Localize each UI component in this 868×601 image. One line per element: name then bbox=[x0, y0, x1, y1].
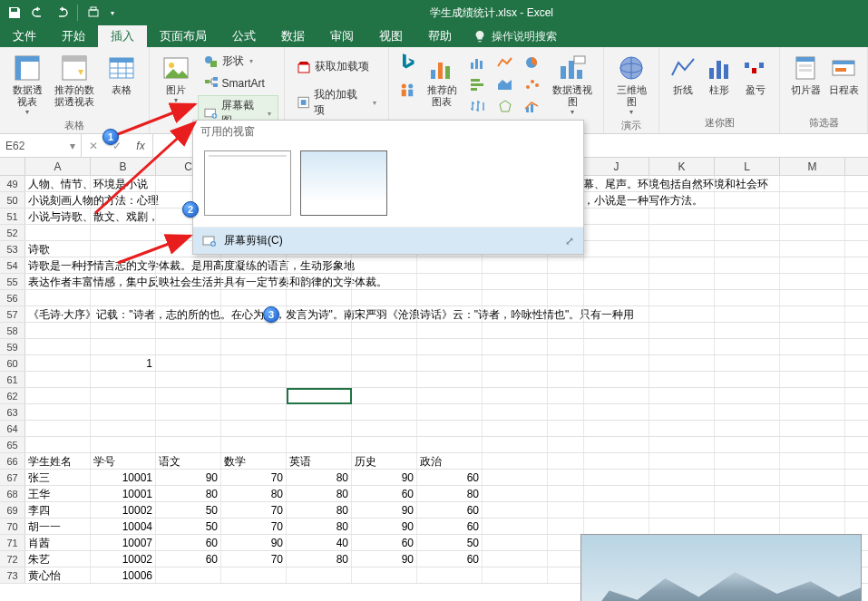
cell[interactable] bbox=[584, 225, 649, 240]
cell[interactable] bbox=[715, 257, 780, 273]
cell[interactable] bbox=[287, 567, 352, 583]
cell[interactable] bbox=[715, 192, 780, 208]
print-preview-icon[interactable] bbox=[83, 2, 104, 24]
tab-formulas[interactable]: 公式 bbox=[219, 25, 268, 47]
cell[interactable] bbox=[715, 339, 780, 354]
cell[interactable] bbox=[91, 421, 156, 436]
cell[interactable] bbox=[715, 453, 780, 469]
cell[interactable] bbox=[649, 176, 715, 191]
cell[interactable] bbox=[715, 176, 780, 191]
cell[interactable] bbox=[780, 241, 845, 257]
row-header[interactable]: 61 bbox=[0, 372, 25, 387]
cell[interactable]: 70 bbox=[221, 519, 287, 534]
col-h-l[interactable]: L bbox=[715, 158, 780, 175]
chart-area-icon[interactable] bbox=[493, 74, 518, 94]
cell[interactable] bbox=[483, 404, 548, 420]
cell[interactable] bbox=[584, 470, 649, 485]
row-header[interactable]: 60 bbox=[0, 355, 25, 371]
cell[interactable] bbox=[649, 274, 715, 289]
cell[interactable] bbox=[221, 257, 287, 273]
cell[interactable] bbox=[417, 306, 483, 322]
cell[interactable] bbox=[548, 339, 584, 354]
cell[interactable]: 小说刻画人物的方法：心理 bbox=[25, 192, 91, 208]
cell[interactable] bbox=[715, 225, 780, 240]
cell[interactable]: 《毛诗·大序》记载："诗者，志的所的也。在心为志，发言为诗"。南宋严羽《沧浪诗话… bbox=[25, 306, 91, 322]
cell[interactable] bbox=[483, 257, 548, 273]
cell[interactable] bbox=[91, 372, 156, 387]
cell[interactable]: 90 bbox=[352, 551, 417, 567]
cell[interactable] bbox=[287, 437, 352, 452]
qat-customize-icon[interactable]: ▾ bbox=[106, 2, 119, 24]
cell[interactable] bbox=[417, 567, 483, 583]
cell[interactable]: 10007 bbox=[91, 535, 156, 550]
cell[interactable] bbox=[156, 372, 221, 387]
cell[interactable] bbox=[715, 502, 780, 518]
cell[interactable] bbox=[91, 274, 156, 289]
cell[interactable] bbox=[417, 437, 483, 452]
row-header[interactable]: 73 bbox=[0, 567, 25, 583]
cell[interactable] bbox=[221, 290, 287, 305]
cell[interactable] bbox=[221, 404, 287, 420]
col-h-a[interactable]: A bbox=[25, 158, 91, 175]
cell[interactable] bbox=[548, 274, 584, 289]
cell[interactable] bbox=[715, 241, 780, 257]
cell[interactable] bbox=[780, 502, 845, 518]
cell[interactable] bbox=[548, 355, 584, 371]
cell-header[interactable]: 学生姓名 bbox=[25, 453, 91, 469]
cell[interactable] bbox=[221, 323, 287, 338]
cell-header[interactable]: 政治 bbox=[417, 453, 483, 469]
cell[interactable]: 70 bbox=[221, 502, 287, 518]
cell[interactable] bbox=[715, 323, 780, 338]
cell[interactable] bbox=[548, 519, 584, 534]
cell[interactable]: 10002 bbox=[91, 502, 156, 518]
cell[interactable] bbox=[548, 551, 584, 567]
cell[interactable] bbox=[584, 257, 649, 273]
cell[interactable]: 80 bbox=[287, 551, 352, 567]
cell[interactable] bbox=[649, 388, 715, 403]
cell[interactable] bbox=[417, 290, 483, 305]
cell[interactable] bbox=[352, 567, 417, 583]
cell[interactable] bbox=[780, 339, 845, 354]
cell[interactable] bbox=[715, 437, 780, 452]
cell[interactable] bbox=[584, 192, 649, 208]
cell[interactable] bbox=[483, 519, 548, 534]
cell[interactable]: 80 bbox=[287, 502, 352, 518]
cell[interactable] bbox=[156, 567, 221, 583]
row-header[interactable]: 58 bbox=[0, 323, 25, 338]
cell[interactable] bbox=[483, 551, 548, 567]
cell[interactable] bbox=[780, 470, 845, 485]
cell[interactable]: 10002 bbox=[91, 551, 156, 567]
cell[interactable] bbox=[649, 486, 715, 501]
cell[interactable] bbox=[780, 323, 845, 338]
cell[interactable] bbox=[417, 339, 483, 354]
cell[interactable] bbox=[91, 404, 156, 420]
cell[interactable] bbox=[287, 388, 352, 403]
cell[interactable] bbox=[91, 176, 156, 191]
cell[interactable] bbox=[156, 274, 221, 289]
cell[interactable]: 50 bbox=[156, 519, 221, 534]
window-thumbnail-1[interactable] bbox=[204, 150, 291, 216]
cell[interactable] bbox=[91, 257, 156, 273]
cell[interactable] bbox=[156, 323, 221, 338]
cell[interactable]: 王华 bbox=[25, 486, 91, 501]
row-header[interactable]: 72 bbox=[0, 551, 25, 567]
cell[interactable]: 小说与诗歌、散文、戏剧， bbox=[25, 208, 91, 224]
cell[interactable] bbox=[649, 372, 715, 387]
cell[interactable] bbox=[584, 372, 649, 387]
cell[interactable] bbox=[91, 192, 156, 208]
cell[interactable] bbox=[483, 323, 548, 338]
cell[interactable] bbox=[584, 355, 649, 371]
row-header[interactable]: 62 bbox=[0, 388, 25, 403]
cell[interactable] bbox=[287, 421, 352, 436]
cell[interactable] bbox=[417, 323, 483, 338]
cell[interactable] bbox=[221, 567, 287, 583]
cell[interactable] bbox=[287, 404, 352, 420]
cell[interactable]: 10006 bbox=[91, 567, 156, 583]
cell[interactable] bbox=[483, 274, 548, 289]
cell[interactable] bbox=[780, 519, 845, 534]
cell[interactable]: 朱艺 bbox=[25, 551, 91, 567]
cell[interactable]: 50 bbox=[156, 502, 221, 518]
cell[interactable] bbox=[352, 339, 417, 354]
cell[interactable] bbox=[287, 323, 352, 338]
cell[interactable]: 60 bbox=[417, 519, 483, 534]
